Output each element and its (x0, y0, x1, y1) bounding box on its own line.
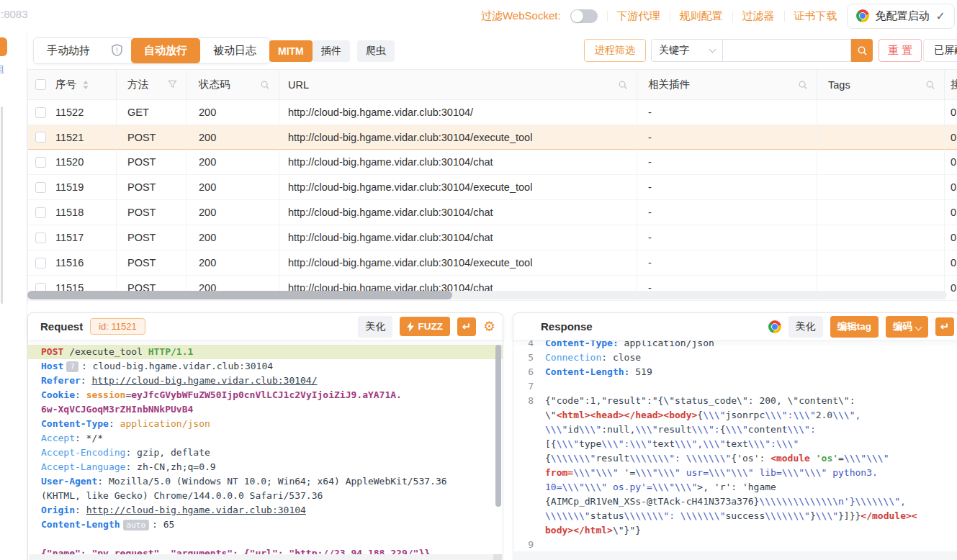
divider (784, 11, 785, 22)
cell-plugin: - (637, 250, 817, 276)
beautify-button[interactable]: 美化 (788, 316, 823, 338)
table-horizontal-scrollbar (27, 291, 947, 299)
table-row[interactable]: 11521POST200http://cloud-big.hgame.vidar… (28, 125, 957, 150)
row-checkbox-cell (28, 150, 53, 175)
scrollbar-thumb[interactable] (27, 291, 452, 299)
search-button[interactable] (851, 39, 873, 62)
row-checkbox-cell (28, 100, 53, 125)
request-vertical-scrollbar[interactable] (495, 345, 501, 507)
table-row[interactable]: 11518POST200http://cloud-big.hgame.vidar… (28, 200, 957, 225)
fuzz-button[interactable]: FUZZ (400, 317, 450, 336)
code-line: Content-Lengthauto: 65 (28, 518, 503, 532)
cell-method: POST (116, 125, 186, 150)
link-rule-config[interactable]: 规则配置 (680, 9, 723, 23)
crawler-button[interactable]: 爬虫 (357, 40, 395, 62)
blocked-list-button[interactable]: 已屏蔽 (923, 39, 957, 62)
row-checkbox-cell (28, 175, 53, 200)
proxy-address: :8083 (1, 8, 28, 20)
cell-url: http://cloud-big.hgame.vidar.club:30104/ (279, 100, 637, 125)
header-plugin[interactable]: 相关插件 (637, 70, 817, 99)
code-line: {\\\\\\\"result\\\\\\\": \\\\\\\"{'os': … (513, 451, 957, 466)
beautify-button[interactable]: 美化 (358, 316, 392, 338)
top-bar: :8083 过滤WebSocket: 下游代理 规则配置 过滤器 证书下载 免配… (0, 0, 957, 32)
cell-plugin: - (637, 150, 817, 175)
code-line: \"<html><head></head><body>{\\\"jsonrpc\… (513, 408, 957, 423)
cell-clipped: 0 (944, 250, 957, 276)
encoding-button[interactable]: 编码 (886, 316, 928, 338)
launch-chrome-button[interactable]: 免配置启动 ✓ (847, 4, 955, 29)
intercept-shield-button[interactable]: ! (103, 38, 131, 63)
search-icon[interactable] (260, 80, 270, 90)
header-seq[interactable]: 序号 (53, 70, 116, 99)
search-group: 关键字 (651, 39, 873, 62)
filter-funnel-icon[interactable] (168, 80, 177, 89)
sort-icon[interactable] (82, 80, 89, 90)
plugins-button[interactable]: 插件 (313, 40, 350, 62)
header-method[interactable]: 方法 (116, 70, 186, 99)
cell-tags (817, 100, 944, 125)
process-filter-button[interactable]: 进程筛选 (584, 39, 646, 62)
chrome-icon[interactable] (768, 320, 781, 333)
cell-status: 200 (186, 200, 279, 225)
row-checkbox[interactable] (35, 232, 46, 243)
cell-tags (817, 200, 944, 225)
rail-active-indicator (0, 37, 7, 56)
cell-tags (817, 250, 944, 276)
toggle-knob (571, 10, 583, 22)
cell-url: http://cloud-big.hgame.vidar.club:30104/… (279, 175, 637, 200)
tab-auto-pass[interactable]: 自动放行 (131, 38, 200, 63)
link-downstream-proxy[interactable]: 下游代理 (617, 9, 660, 23)
table-row[interactable]: 11519POST200http://cloud-big.hgame.vidar… (28, 175, 957, 200)
row-checkbox[interactable] (35, 182, 46, 193)
return-arrow-icon: ↵ (940, 320, 950, 333)
table-row[interactable]: 11520POST200http://cloud-big.hgame.vidar… (28, 150, 957, 175)
request-panel: Request id: 11521 美化 FUZZ ↵ ⚙ POST /exec… (27, 312, 503, 560)
code-line: User-Agent: Mozilla/5.0 (Windows NT 10.0… (28, 474, 503, 489)
reset-button[interactable]: 重 置 (879, 39, 922, 62)
code-line: Host?: cloud-big.hgame.vidar.club:30104 (28, 359, 503, 374)
header-status[interactable]: 状态码 (186, 70, 279, 99)
table-body: 11522GET200http://cloud-big.hgame.vidar.… (28, 100, 957, 301)
line-number: 7 (513, 379, 545, 394)
cell-tags (817, 125, 944, 150)
cell-seq: 11518 (53, 200, 116, 225)
code-line: 9 (513, 538, 957, 551)
table-row[interactable]: 11522GET200http://cloud-big.hgame.vidar.… (28, 100, 957, 125)
cell-seq: 11517 (53, 225, 116, 250)
row-checkbox[interactable] (35, 107, 46, 118)
search-icon[interactable] (925, 80, 935, 90)
link-filter[interactable]: 过滤器 (742, 9, 775, 23)
row-checkbox-cell (28, 250, 53, 276)
cell-method: POST (116, 200, 186, 225)
select-all-checkbox[interactable] (35, 79, 46, 90)
gear-icon[interactable]: ⚙ (483, 320, 495, 333)
edit-tag-button[interactable]: 编辑tag (830, 316, 879, 338)
table-row[interactable]: 11517POST200http://cloud-big.hgame.vidar… (28, 225, 957, 250)
search-icon[interactable] (798, 80, 808, 90)
mitm-button[interactable]: MITM (269, 40, 313, 62)
code-line: {"name": "py_request", "arguments": {"ur… (28, 546, 503, 554)
header-tags[interactable]: Tags (817, 70, 944, 99)
link-cert-download[interactable]: 证书下载 (794, 9, 837, 23)
send-button[interactable]: ↵ (457, 317, 476, 336)
tab-manual-intercept[interactable]: 手动劫持 (34, 38, 103, 63)
return-arrow-icon: ↵ (462, 320, 472, 333)
row-checkbox[interactable] (35, 207, 46, 218)
cell-clipped: 0 (944, 125, 957, 150)
search-icon[interactable] (618, 80, 628, 90)
websocket-filter-toggle[interactable] (570, 9, 598, 23)
header-url[interactable]: URL (279, 70, 637, 99)
search-input[interactable] (723, 39, 851, 62)
cell-url: http://cloud-big.hgame.vidar.club:30104/… (279, 250, 637, 276)
row-checkbox[interactable] (35, 258, 46, 268)
keyword-select[interactable]: 关键字 (651, 39, 723, 62)
rail-scrollbar[interactable] (1, 107, 3, 304)
row-checkbox[interactable] (35, 157, 46, 168)
send-button[interactable]: ↵ (935, 317, 954, 336)
chrome-icon (856, 9, 869, 22)
checkmark-icon: ✓ (936, 9, 945, 23)
table-row[interactable]: 11516POST200http://cloud-big.hgame.vidar… (28, 250, 957, 276)
tab-passive-log[interactable]: 被动日志 (200, 38, 269, 63)
chevron-down-icon (709, 45, 716, 53)
row-checkbox[interactable] (35, 132, 46, 143)
